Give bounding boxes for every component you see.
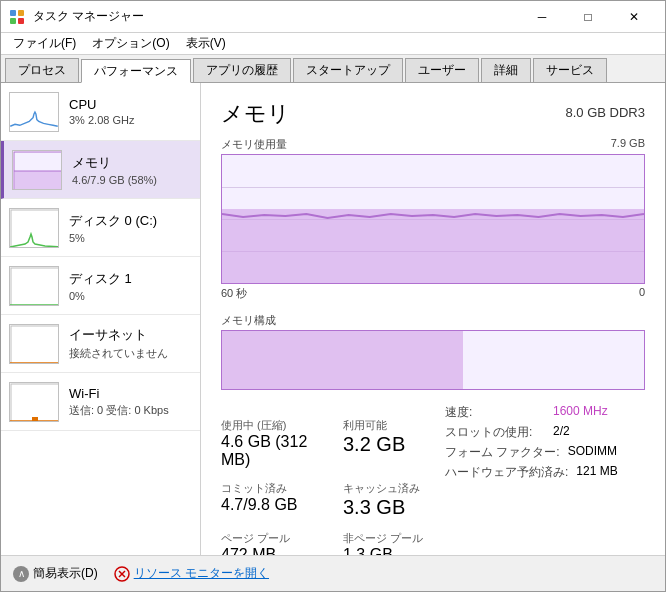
composition-label: メモリ構成: [221, 313, 645, 328]
chart-time-row: 60 秒 0: [221, 286, 645, 301]
form-row: フォーム ファクター: SODIMM: [445, 444, 645, 461]
non-paged-pool-value: 1.3 GB: [343, 546, 445, 555]
cpu-thumbnail: [9, 92, 59, 132]
panel-subtitle: 8.0 GB DDR3: [566, 105, 645, 120]
disk1-info: ディスク 1 0%: [69, 270, 192, 302]
sidebar-item-cpu[interactable]: CPU 3% 2.08 GHz: [1, 83, 200, 141]
memory-info: メモリ 4.6/7.9 GB (58%): [72, 154, 192, 186]
tab-users[interactable]: ユーザー: [405, 58, 479, 82]
form-value: SODIMM: [568, 444, 617, 461]
slots-label: スロットの使用:: [445, 424, 545, 441]
svg-rect-5: [14, 171, 62, 190]
chart-label: メモリ使用量: [221, 137, 287, 152]
sidebar-item-ethernet[interactable]: イーサネット 接続されていません: [1, 315, 200, 373]
tab-startup[interactable]: スタートアップ: [293, 58, 403, 82]
menu-view[interactable]: 表示(V): [178, 33, 234, 54]
stat-available: 利用可能 3.2 GB: [343, 418, 445, 469]
tab-app-history[interactable]: アプリの履歴: [193, 58, 291, 82]
simple-view-label[interactable]: 簡易表示(D): [33, 565, 98, 582]
svg-rect-12: [11, 384, 59, 422]
minimize-button[interactable]: ─: [519, 1, 565, 33]
memory-name: メモリ: [72, 154, 192, 172]
available-label: 利用可能: [343, 418, 445, 433]
stat-paged-pool: ページ プール 472 MB: [221, 531, 323, 555]
title-bar-left: タスク マネージャー: [9, 8, 144, 25]
tab-details[interactable]: 詳細: [481, 58, 531, 82]
panel-title: メモリ: [221, 99, 290, 129]
stats-bottom: 使用中 (圧縮) 4.6 GB (312 MB) 利用可能 3.2 GB コミッ…: [221, 404, 645, 555]
disk0-name: ディスク 0 (C:): [69, 212, 192, 230]
speed-value: 1600 MHz: [553, 404, 608, 421]
app-icon: [9, 9, 25, 25]
chevron-up-icon: ∧: [13, 566, 29, 582]
main-content: CPU 3% 2.08 GHz メモリ 4.6/7.9 GB (58%): [1, 83, 665, 555]
chart-time-right: 0: [639, 286, 645, 301]
committed-value: 4.7/9.8 GB: [221, 496, 323, 514]
disk0-value: 5%: [69, 232, 192, 244]
ethernet-info: イーサネット 接続されていません: [69, 326, 192, 361]
ethernet-value: 接続されていません: [69, 346, 192, 361]
sidebar-item-disk0[interactable]: ディスク 0 (C:) 5%: [1, 199, 200, 257]
disk1-thumbnail: [9, 266, 59, 306]
svg-rect-1: [18, 10, 24, 16]
svg-rect-7: [11, 210, 59, 248]
stats-grid: 使用中 (圧縮) 4.6 GB (312 MB) 利用可能 3.2 GB コミッ…: [221, 418, 445, 555]
memory-value: 4.6/7.9 GB (58%): [72, 174, 192, 186]
usage-chart-section: メモリ使用量 7.9 GB 60 秒 0: [221, 137, 645, 301]
stat-non-paged-pool: 非ページ プール 1.3 GB: [343, 531, 445, 555]
disk0-info: ディスク 0 (C:) 5%: [69, 212, 192, 244]
reserved-row: ハードウェア予約済み: 121 MB: [445, 464, 645, 481]
svg-rect-10: [11, 326, 59, 364]
tab-services[interactable]: サービス: [533, 58, 607, 82]
svg-rect-2: [10, 18, 16, 24]
usage-chart: [221, 154, 645, 284]
tab-performance[interactable]: パフォーマンス: [81, 59, 191, 83]
slots-value: 2/2: [553, 424, 570, 441]
available-value: 3.2 GB: [343, 433, 445, 456]
simple-view-link[interactable]: ∧ 簡易表示(D): [13, 565, 98, 582]
resource-monitor-icon: [114, 566, 130, 582]
committed-label: コミット済み: [221, 481, 323, 496]
cpu-info: CPU 3% 2.08 GHz: [69, 97, 192, 126]
title-bar-controls: ─ □ ✕: [519, 1, 657, 33]
wifi-value: 送信: 0 受信: 0 Kbps: [69, 403, 192, 418]
close-button[interactable]: ✕: [611, 1, 657, 33]
chart-label-row: メモリ使用量 7.9 GB: [221, 137, 645, 152]
slots-row: スロットの使用: 2/2: [445, 424, 645, 441]
menu-file[interactable]: ファイル(F): [5, 33, 84, 54]
menu-bar: ファイル(F) オプション(O) 表示(V): [1, 33, 665, 55]
maximize-button[interactable]: □: [565, 1, 611, 33]
chart-max: 7.9 GB: [611, 137, 645, 152]
tab-process[interactable]: プロセス: [5, 58, 79, 82]
stats-right: 速度: 1600 MHz スロットの使用: 2/2 フォーム ファクター: SO…: [445, 404, 645, 555]
stat-committed: コミット済み 4.7/9.8 GB: [221, 481, 323, 519]
disk1-name: ディスク 1: [69, 270, 192, 288]
cached-value: 3.3 GB: [343, 496, 445, 519]
wifi-info: Wi-Fi 送信: 0 受信: 0 Kbps: [69, 386, 192, 418]
resource-monitor-label[interactable]: リソース モニターを開く: [134, 565, 269, 582]
ethernet-thumbnail: [9, 324, 59, 364]
footer: ∧ 簡易表示(D) リソース モニターを開く: [1, 555, 665, 591]
reserved-label: ハードウェア予約済み:: [445, 464, 568, 481]
right-stats: 速度: 1600 MHz スロットの使用: 2/2 フォーム ファクター: SO…: [445, 404, 645, 481]
menu-options[interactable]: オプション(O): [84, 33, 177, 54]
paged-pool-value: 472 MB: [221, 546, 323, 555]
sidebar-item-wifi[interactable]: Wi-Fi 送信: 0 受信: 0 Kbps: [1, 373, 200, 431]
wifi-name: Wi-Fi: [69, 386, 192, 401]
memory-bar: [221, 330, 645, 390]
cpu-name: CPU: [69, 97, 192, 112]
chart-time-left: 60 秒: [221, 286, 247, 301]
main-window: タスク マネージャー ─ □ ✕ ファイル(F) オプション(O) 表示(V) …: [0, 0, 666, 592]
resource-monitor-link[interactable]: リソース モニターを開く: [114, 565, 269, 582]
grid-line-1: [222, 187, 644, 188]
svg-rect-8: [11, 268, 59, 306]
stat-cached: キャッシュ済み 3.3 GB: [343, 481, 445, 519]
svg-rect-14: [32, 417, 38, 421]
in-use-value: 4.6 GB (312 MB): [221, 433, 323, 469]
sidebar-item-disk1[interactable]: ディスク 1 0%: [1, 257, 200, 315]
cached-label: キャッシュ済み: [343, 481, 445, 496]
wifi-thumbnail: [9, 382, 59, 422]
speed-label: 速度:: [445, 404, 545, 421]
panel-header: メモリ 8.0 GB DDR3: [221, 99, 645, 129]
sidebar-item-memory[interactable]: メモリ 4.6/7.9 GB (58%): [1, 141, 200, 199]
